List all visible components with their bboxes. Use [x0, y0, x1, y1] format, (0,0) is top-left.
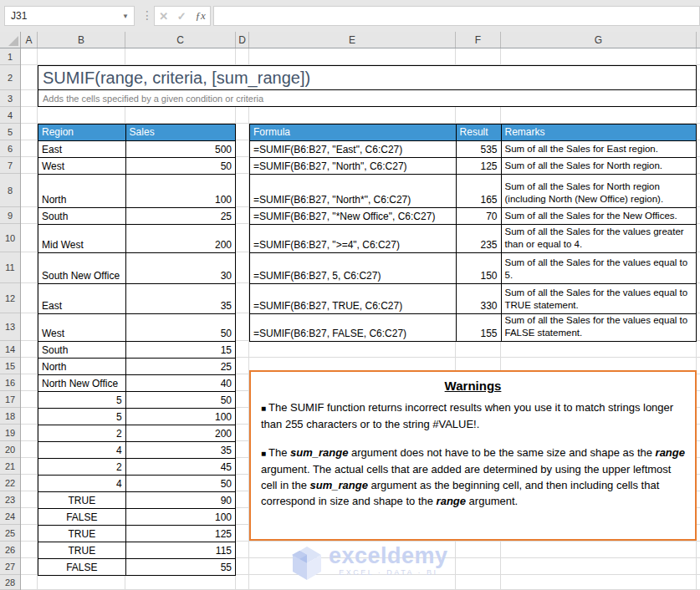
cell-sales[interactable]: 35: [125, 442, 235, 459]
row-header-13[interactable]: 13: [0, 313, 20, 341]
cell-formula[interactable]: =SUMIF(B6:B27, "North", C6:C27): [250, 158, 457, 175]
cell-region[interactable]: 2: [38, 459, 126, 476]
row-header-15[interactable]: 15: [0, 358, 20, 374]
cell-region[interactable]: 4: [38, 442, 126, 459]
cell-sales[interactable]: 50: [125, 392, 235, 409]
cell-formula[interactable]: =SUMIF(B6:B27, TRUE, C6:C27): [250, 284, 457, 314]
cell-region[interactable]: 4: [38, 476, 126, 492]
cell-sales[interactable]: 115: [125, 542, 235, 559]
row-header-28[interactable]: 28: [0, 575, 20, 590]
cell-sales[interactable]: 15: [125, 342, 235, 359]
cell-region[interactable]: TRUE: [38, 542, 126, 559]
cell-sales[interactable]: 50: [125, 476, 235, 492]
cell-region[interactable]: South: [38, 342, 126, 359]
column-header-C[interactable]: C: [125, 32, 236, 48]
row-header-19[interactable]: 19: [0, 425, 20, 441]
row-header-20[interactable]: 20: [0, 441, 20, 458]
cell-remarks[interactable]: Sum of all the Sales for North region (i…: [501, 175, 697, 208]
row-header-14[interactable]: 14: [0, 341, 20, 358]
row-header-21[interactable]: 21: [0, 458, 20, 475]
row-header-1[interactable]: 1: [0, 48, 20, 65]
cell-remarks[interactable]: Sum of all the Sales for East region.: [501, 141, 697, 158]
cell-region[interactable]: West: [38, 158, 126, 175]
column-header-sales[interactable]: Sales: [125, 125, 235, 141]
sheet-grid[interactable]: 1234567891011121314151617181920212223242…: [0, 48, 700, 590]
cell-region[interactable]: West: [38, 314, 126, 342]
row-header-18[interactable]: 18: [0, 408, 20, 425]
cell-formula[interactable]: =SUMIF(B6:B27, ">=4", C6:C27): [250, 225, 457, 253]
cell-remarks[interactable]: Sum of all the Sales for the values equa…: [501, 314, 697, 342]
cell-region[interactable]: East: [38, 141, 126, 158]
column-header-D[interactable]: D: [236, 32, 249, 48]
row-header-6[interactable]: 6: [0, 140, 20, 157]
cell-result[interactable]: 330: [456, 284, 501, 314]
cell-sales[interactable]: 100: [125, 175, 235, 208]
cell-result[interactable]: 235: [456, 225, 501, 253]
cell-region[interactable]: TRUE: [38, 526, 126, 542]
cell-formula[interactable]: =SUMIF(B6:B27, 5, C6:C27): [250, 253, 457, 284]
column-header-region[interactable]: Region: [38, 125, 126, 141]
cell-sales[interactable]: 125: [125, 526, 235, 542]
column-header-result[interactable]: Result: [456, 125, 501, 141]
cell-result[interactable]: 70: [456, 208, 501, 225]
warnings-box[interactable]: Warnings ■The SUMIF function returns inc…: [249, 370, 697, 541]
cell-remarks[interactable]: Sum of all the Sales for North region.: [501, 158, 697, 175]
row-header-27[interactable]: 27: [0, 558, 20, 575]
cell-remarks[interactable]: Sum of all the Sales for the New Offices…: [501, 208, 697, 225]
function-title-box[interactable]: SUMIF(range, criteria, [sum_range]) Adds…: [38, 65, 697, 107]
row-header-25[interactable]: 25: [0, 525, 20, 542]
column-header-A[interactable]: A: [21, 32, 38, 48]
cell-region[interactable]: North New Office: [38, 375, 126, 392]
cell-remarks[interactable]: Sum of all the Sales for the values equa…: [501, 284, 697, 314]
cell-region[interactable]: South New Office: [38, 253, 126, 284]
name-box[interactable]: J31 ▼: [4, 6, 135, 26]
cell-sales[interactable]: 45: [125, 459, 235, 476]
cell-remarks[interactable]: Sum of all the Sales for the values equa…: [501, 253, 697, 284]
select-all-corner[interactable]: [0, 32, 21, 48]
column-header-G[interactable]: G: [501, 32, 697, 48]
cell-region[interactable]: FALSE: [38, 509, 126, 526]
column-header-formula[interactable]: Formula: [250, 125, 457, 141]
row-header-7[interactable]: 7: [0, 157, 20, 174]
cell-region[interactable]: South: [38, 208, 126, 225]
row-header-26[interactable]: 26: [0, 542, 20, 558]
confirm-icon[interactable]: ✓: [177, 10, 186, 23]
cell-result[interactable]: 150: [456, 253, 501, 284]
cell-region[interactable]: 2: [38, 425, 126, 442]
row-header-3[interactable]: 3: [0, 90, 20, 107]
name-box-value[interactable]: J31: [5, 10, 117, 22]
cell-sales[interactable]: 40: [125, 375, 235, 392]
cell-region[interactable]: Mid West: [38, 225, 126, 253]
row-header-4[interactable]: 4: [0, 107, 20, 124]
cell-sales[interactable]: 30: [125, 253, 235, 284]
cell-sales[interactable]: 50: [125, 314, 235, 342]
insert-function-icon[interactable]: ƒx: [195, 9, 205, 23]
cell-region[interactable]: 5: [38, 392, 126, 409]
row-header-22[interactable]: 22: [0, 475, 20, 491]
cell-result[interactable]: 535: [456, 141, 501, 158]
cell-result[interactable]: 155: [456, 314, 501, 342]
column-header-B[interactable]: B: [38, 32, 125, 48]
cell-region[interactable]: FALSE: [38, 559, 126, 576]
row-header-5[interactable]: 5: [0, 124, 20, 140]
cell-region[interactable]: North: [38, 175, 126, 208]
cancel-icon[interactable]: ✕: [159, 10, 168, 23]
cell-formula[interactable]: =SUMIF(B6:B27, FALSE, C6:C27): [250, 314, 457, 342]
column-header-remarks[interactable]: Remarks: [501, 125, 697, 141]
cell-result[interactable]: 165: [456, 175, 501, 208]
cell-formula[interactable]: =SUMIF(B6:B27, "*New Office", C6:C27): [250, 208, 457, 225]
cell-formula[interactable]: =SUMIF(B6:B27, "East", C6:C27): [250, 141, 457, 158]
cell-result[interactable]: 125: [456, 158, 501, 175]
cell-sales[interactable]: 55: [125, 559, 235, 576]
cell-region[interactable]: 5: [38, 409, 126, 425]
row-header-16[interactable]: 16: [0, 374, 20, 391]
cell-remarks[interactable]: Sum of all the Sales for the values grea…: [501, 225, 697, 253]
row-header-8[interactable]: 8: [0, 174, 20, 207]
formula-bar-input[interactable]: [213, 6, 700, 26]
row-header-2[interactable]: 2: [0, 65, 20, 90]
cell-sales[interactable]: 90: [125, 492, 235, 509]
cell-sales[interactable]: 35: [125, 284, 235, 314]
cell-region[interactable]: TRUE: [38, 492, 126, 509]
row-header-12[interactable]: 12: [0, 283, 20, 313]
row-header-11[interactable]: 11: [0, 252, 20, 283]
